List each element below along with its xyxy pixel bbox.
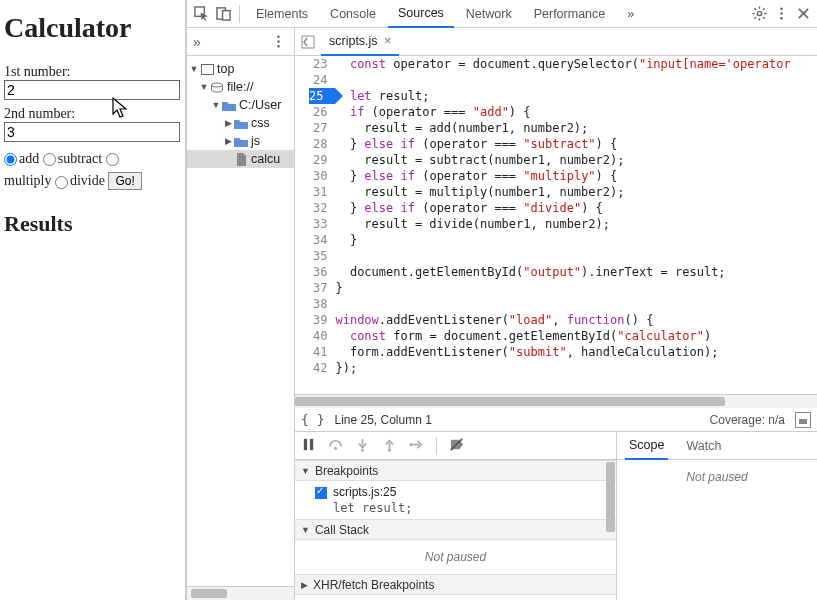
input-number2[interactable] bbox=[4, 122, 180, 142]
file-tab-label: scripts.js bbox=[329, 34, 378, 48]
pause-icon[interactable] bbox=[301, 437, 316, 455]
step-into-icon[interactable] bbox=[355, 437, 370, 455]
svg-point-31 bbox=[409, 443, 412, 446]
tabs-overflow[interactable]: » bbox=[617, 0, 644, 28]
tree-file-origin[interactable]: ▼file:// bbox=[187, 78, 294, 96]
nav-overflow[interactable]: » bbox=[193, 34, 201, 50]
debug-controls bbox=[295, 432, 616, 460]
tab-watch[interactable]: Watch bbox=[682, 432, 725, 460]
svg-rect-2 bbox=[222, 11, 230, 20]
svg-point-19 bbox=[277, 45, 279, 47]
editor-status-bar: { } Line 25, Column 1 Coverage: n/a bbox=[295, 408, 817, 432]
svg-point-17 bbox=[277, 36, 279, 38]
nav-toggle-icon[interactable] bbox=[299, 35, 317, 49]
svg-point-12 bbox=[780, 8, 783, 11]
tree-js-folder[interactable]: ▶js bbox=[187, 132, 294, 150]
section-breakpoints[interactable]: ▼Breakpoints bbox=[295, 460, 616, 481]
label-multiply: multiply bbox=[4, 173, 51, 188]
inspect-icon[interactable] bbox=[191, 4, 211, 24]
svg-rect-23 bbox=[304, 438, 307, 449]
file-tab-scripts[interactable]: scripts.js × bbox=[321, 28, 399, 56]
label-subtract: subtract bbox=[58, 151, 102, 166]
gear-icon[interactable] bbox=[749, 4, 769, 24]
page-content: Calculator 1st number: 2nd number: add s… bbox=[0, 0, 186, 600]
radio-subtract[interactable] bbox=[43, 153, 56, 166]
deactivate-breakpoints-icon[interactable] bbox=[449, 437, 464, 455]
label-add: add bbox=[19, 151, 39, 166]
scope-not-paused: Not paused bbox=[617, 460, 817, 494]
tree-top[interactable]: ▼top bbox=[187, 60, 294, 78]
file-tree[interactable]: ▼top ▼file:// ▼C:/User ▶css ▶js calcu bbox=[187, 56, 294, 586]
tree-file-calcu[interactable]: calcu bbox=[187, 150, 294, 168]
svg-point-14 bbox=[780, 17, 783, 20]
callstack-not-paused: Not paused bbox=[295, 540, 616, 574]
close-icon[interactable] bbox=[793, 4, 813, 24]
debugger-pane: ▼Breakpoints scripts.js:25 let result; ▼… bbox=[295, 432, 817, 600]
radio-multiply[interactable] bbox=[106, 153, 119, 166]
breakpoint-code: let result; bbox=[315, 501, 608, 515]
go-button[interactable]: Go! bbox=[108, 172, 141, 190]
breakpoint-label: scripts.js:25 bbox=[333, 485, 396, 499]
file-tab-close-icon[interactable]: × bbox=[384, 33, 392, 48]
results-heading: Results bbox=[4, 211, 181, 237]
dock-icon[interactable] bbox=[795, 412, 811, 428]
svg-point-18 bbox=[277, 40, 279, 42]
tree-css-folder[interactable]: ▶css bbox=[187, 114, 294, 132]
label-divide: divide bbox=[70, 173, 105, 188]
step-out-icon[interactable] bbox=[382, 437, 397, 455]
nav-kebab-icon[interactable] bbox=[268, 32, 288, 52]
navigator-pane: » ▼top ▼file:// ▼C:/User ▶css ▶js calcu bbox=[187, 28, 295, 600]
input-number1[interactable] bbox=[4, 80, 180, 100]
step-icon[interactable] bbox=[409, 437, 424, 455]
kebab-icon[interactable] bbox=[771, 4, 791, 24]
svg-point-27 bbox=[361, 448, 364, 451]
radio-divide[interactable] bbox=[55, 176, 68, 189]
coverage-status: Coverage: n/a bbox=[710, 413, 785, 427]
svg-line-11 bbox=[762, 8, 764, 10]
tree-root-folder[interactable]: ▼C:/User bbox=[187, 96, 294, 114]
cursor-position: Line 25, Column 1 bbox=[334, 413, 431, 427]
tab-network[interactable]: Network bbox=[456, 0, 522, 28]
tab-sources[interactable]: Sources bbox=[388, 0, 454, 28]
breakpoint-checkbox[interactable] bbox=[315, 487, 327, 499]
tab-performance[interactable]: Performance bbox=[524, 0, 616, 28]
svg-line-10 bbox=[754, 17, 756, 19]
svg-point-29 bbox=[388, 448, 391, 451]
device-icon[interactable] bbox=[213, 4, 233, 24]
devtools-toolbar: Elements Console Sources Network Perform… bbox=[187, 0, 817, 28]
debugger-left: ▼Breakpoints scripts.js:25 let result; ▼… bbox=[295, 432, 617, 600]
svg-point-3 bbox=[757, 11, 761, 15]
svg-point-25 bbox=[334, 446, 337, 449]
pretty-print-icon[interactable]: { } bbox=[301, 412, 324, 427]
code-pane: scripts.js × 232425262728293031323334353… bbox=[295, 28, 817, 600]
tab-console[interactable]: Console bbox=[320, 0, 386, 28]
code-editor[interactable]: 2324252627282930313233343536373839404142… bbox=[295, 56, 817, 394]
radio-add[interactable] bbox=[4, 153, 17, 166]
svg-point-13 bbox=[780, 12, 783, 15]
svg-rect-24 bbox=[310, 438, 313, 449]
devtools-panel: Elements Console Sources Network Perform… bbox=[186, 0, 817, 600]
section-callstack[interactable]: ▼Call Stack bbox=[295, 519, 616, 540]
tab-elements[interactable]: Elements bbox=[246, 0, 318, 28]
tab-scope[interactable]: Scope bbox=[625, 432, 668, 460]
debugger-vscroll[interactable] bbox=[606, 462, 615, 532]
page-title: Calculator bbox=[4, 12, 181, 44]
debugger-right: Scope Watch Not paused bbox=[617, 432, 817, 600]
breakpoint-item[interactable]: scripts.js:25 let result; bbox=[295, 481, 616, 519]
editor-hscroll[interactable] bbox=[295, 394, 817, 408]
step-over-icon[interactable] bbox=[328, 437, 343, 455]
svg-rect-20 bbox=[201, 64, 213, 74]
navigator-hscroll[interactable] bbox=[187, 586, 294, 600]
file-tabs: scripts.js × bbox=[295, 28, 817, 56]
label-number2: 2nd number: bbox=[4, 106, 181, 122]
label-number1: 1st number: bbox=[4, 64, 181, 80]
svg-line-8 bbox=[754, 8, 756, 10]
section-xhr-breakpoints[interactable]: ▶XHR/fetch Breakpoints bbox=[295, 574, 616, 595]
svg-line-9 bbox=[762, 17, 764, 19]
svg-point-21 bbox=[212, 83, 223, 87]
